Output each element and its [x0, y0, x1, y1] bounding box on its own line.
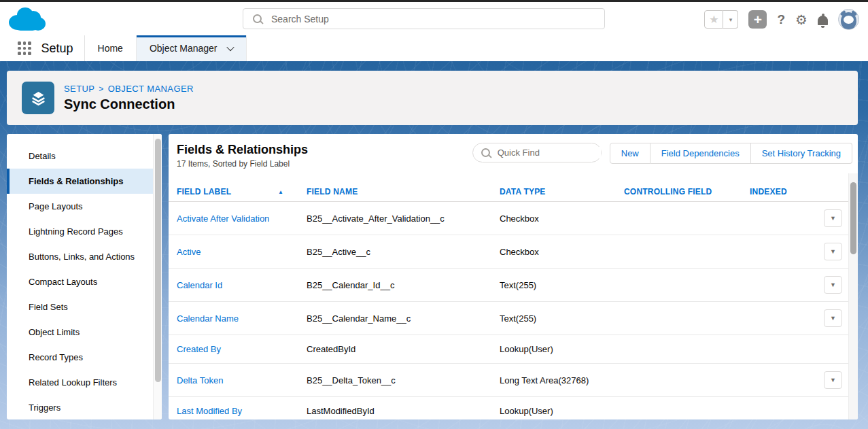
field-name-cell: B25__Calendar_Name__c [307, 313, 500, 324]
sort-ascending-icon: ▲ [278, 189, 283, 195]
data-type-cell: Text(255) [500, 313, 624, 324]
field-label-link[interactable]: Calendar Name [177, 313, 307, 324]
column-header-field-name[interactable]: Field Name [307, 187, 500, 196]
column-header-label: Field Label [177, 187, 231, 196]
sidebar-item-object-limits[interactable]: Object Limits [7, 320, 162, 345]
list-title: Fields & Relationships [177, 143, 308, 157]
column-header-label: Field Name [307, 187, 358, 196]
field-label-link[interactable]: Delta Token [177, 375, 307, 385]
sidebar-scrollbar-thumb[interactable] [155, 139, 161, 382]
list-subtitle: 17 Items, Sorted by Field Label [177, 159, 308, 169]
row-menu-button[interactable]: ▼ [824, 309, 842, 327]
app-name: Setup [41, 41, 73, 56]
column-header-label: Controlling Field [624, 187, 712, 196]
breadcrumb-separator: > [99, 84, 103, 94]
user-avatar[interactable] [838, 9, 859, 30]
search-icon [253, 14, 262, 23]
field-label-link[interactable]: Calendar Id [177, 280, 307, 290]
new-button[interactable]: New [610, 143, 650, 164]
breadcrumb-link-object-manager[interactable]: OBJECT MANAGER [108, 84, 194, 94]
tab-object-manager[interactable]: Object Manager [137, 35, 247, 61]
salesforce-logo[interactable] [9, 6, 46, 35]
data-type-cell: Lookup(User) [500, 344, 624, 354]
global-search-input[interactable] [270, 13, 604, 25]
favorites-star-icon[interactable]: ★ [704, 10, 723, 29]
table-row: Created ByCreatedByIdLookup(User) [169, 335, 858, 364]
global-header: ★ ▾ + ? ⚙ [0, 2, 868, 36]
page-background: SETUP>OBJECT MANAGER Sync Connection Det… [0, 61, 868, 429]
quick-find-box [472, 143, 602, 162]
sidebar-item-field-sets[interactable]: Field Sets [7, 294, 162, 320]
quick-create-icon[interactable]: + [748, 10, 767, 29]
row-menu-button[interactable]: ▼ [824, 276, 842, 294]
table-row: Activate After ValidationB25__Activate_A… [169, 202, 858, 235]
sidebar-list: DetailsFields & RelationshipsPage Layout… [7, 134, 162, 419]
header-utility-icons: ★ ▾ + ? ⚙ [704, 9, 859, 30]
field-label-link[interactable]: Activate After Validation [177, 213, 307, 224]
breadcrumb: SETUP>OBJECT MANAGER [64, 84, 194, 94]
tab-home[interactable]: Home [85, 35, 137, 61]
quick-find-input[interactable] [496, 147, 601, 158]
salesforce-cloud-icon [9, 6, 46, 32]
avatar-face [844, 16, 854, 24]
column-header-field-label[interactable]: Field Label▲ [177, 187, 307, 196]
table-row: ActiveB25__Active__cCheckbox▼ [169, 235, 858, 269]
sidebar-item-record-types[interactable]: Record Types [7, 345, 162, 370]
table-row: Calendar NameB25__Calendar_Name__cText(2… [169, 302, 858, 335]
object-sidebar: DetailsFields & RelationshipsPage Layout… [7, 134, 162, 419]
sidebar-item-triggers[interactable]: Triggers [7, 395, 162, 419]
sidebar-item-lightning-record-pages[interactable]: Lightning Record Pages [7, 219, 162, 244]
notifications-bell-icon[interactable] [818, 16, 828, 25]
field-label-link[interactable]: Created By [177, 344, 307, 354]
row-menu-button[interactable]: ▼ [824, 371, 842, 389]
data-type-cell: Checkbox [500, 213, 624, 224]
table-row: Delta TokenB25__Delta_Token__cLong Text … [169, 364, 858, 397]
object-manager-icon [22, 82, 54, 114]
row-menu-button[interactable]: ▼ [824, 209, 842, 227]
data-type-cell: Lookup(User) [500, 406, 624, 416]
breadcrumb-link-setup[interactable]: SETUP [64, 84, 94, 94]
column-header-indexed[interactable]: Indexed [750, 187, 824, 196]
app-launcher-icon[interactable] [18, 41, 31, 55]
page-header-card: SETUP>OBJECT MANAGER Sync Connection [7, 71, 858, 125]
table-scrollbar-thumb[interactable] [850, 182, 856, 254]
field-name-cell: B25__Delta_Token__c [307, 375, 500, 385]
sidebar-item-buttons-links-and-actions[interactable]: Buttons, Links, and Actions [7, 244, 162, 269]
sidebar-item-fields-relationships[interactable]: Fields & Relationships [7, 169, 162, 194]
field-label-link[interactable]: Last Modified By [177, 406, 307, 416]
field-name-cell: B25__Calendar_Id__c [307, 280, 500, 290]
page-title: Sync Connection [64, 97, 194, 112]
field-name-cell: B25__Active__c [307, 247, 500, 257]
column-header-controlling-field[interactable]: Controlling Field [624, 187, 750, 196]
page-header-text: SETUP>OBJECT MANAGER Sync Connection [64, 84, 194, 112]
quick-find-search-icon [481, 148, 490, 157]
column-header-label: Data Type [500, 187, 546, 196]
sidebar-item-related-lookup-filters[interactable]: Related Lookup Filters [7, 370, 162, 395]
field-name-cell: B25__Activate_After_Validation__c [307, 213, 500, 224]
sidebar-item-page-layouts[interactable]: Page Layouts [7, 194, 162, 219]
list-action-buttons: NewField DependenciesSet History Trackin… [610, 143, 852, 164]
global-search [243, 8, 605, 29]
tab-label: Home [98, 43, 123, 54]
data-type-cell: Long Text Area(32768) [500, 375, 624, 385]
chevron-down-icon [226, 44, 234, 51]
list-header: Fields & Relationships 17 Items, Sorted … [169, 134, 858, 169]
field-name-cell: LastModifiedById [307, 406, 500, 416]
setup-navbar: Setup HomeObject Manager [0, 35, 868, 61]
field-name-cell: CreatedById [307, 344, 500, 354]
column-header-data-type[interactable]: Data Type [500, 187, 624, 196]
avatar-ear-left [840, 10, 846, 16]
field-dependencies-button[interactable]: Field Dependencies [650, 143, 751, 164]
sidebar-item-compact-layouts[interactable]: Compact Layouts [7, 269, 162, 294]
favorites-dropdown-icon[interactable]: ▾ [723, 10, 738, 29]
setup-tabs: HomeObject Manager [85, 35, 247, 61]
table-row: Calendar IdB25__Calendar_Id__cText(255)▼ [169, 269, 858, 302]
help-icon[interactable]: ? [777, 12, 785, 27]
sidebar-item-details[interactable]: Details [7, 143, 162, 169]
data-type-cell: Text(255) [500, 280, 624, 290]
setup-gear-icon[interactable]: ⚙ [795, 12, 808, 28]
row-menu-button[interactable]: ▼ [824, 243, 842, 260]
field-label-link[interactable]: Active [177, 247, 307, 257]
field-table-body: Activate After ValidationB25__Activate_A… [169, 202, 858, 419]
set-history-tracking-button[interactable]: Set History Tracking [751, 143, 852, 164]
